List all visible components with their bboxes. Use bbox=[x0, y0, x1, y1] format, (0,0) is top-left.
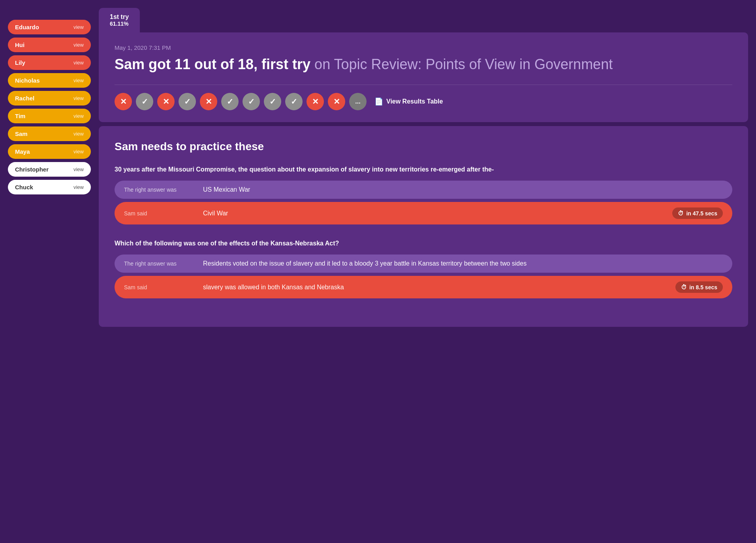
result-card: May 1, 2020 7:31 PM Sam got 11 out of 18… bbox=[99, 32, 748, 122]
answer-circle-correct-6[interactable]: ✓ bbox=[243, 93, 260, 110]
view-link[interactable]: view bbox=[73, 166, 84, 172]
correct-label: The right answer was bbox=[124, 187, 203, 193]
document-icon: 📄 bbox=[374, 97, 383, 106]
tab-line2: 61.11% bbox=[110, 21, 129, 27]
sidebar-item-lily[interactable]: Lilyview bbox=[8, 55, 91, 70]
questions-container: 30 years after the Missouri Compromise, … bbox=[115, 165, 732, 298]
correct-value: Residents voted on the issue of slavery … bbox=[203, 260, 723, 267]
practice-title: Sam needs to practice these bbox=[115, 140, 732, 153]
sidebar-item-maya[interactable]: Mayaview bbox=[8, 144, 91, 159]
answer-circle-correct-1[interactable]: ✓ bbox=[136, 93, 153, 110]
result-title-bold: Sam got 11 out of 18, first try bbox=[115, 56, 310, 72]
result-date: May 1, 2020 7:31 PM bbox=[115, 44, 732, 51]
tab-bar: 1st try 61.11% bbox=[99, 8, 748, 32]
clock-icon: ⏱ bbox=[678, 210, 684, 217]
view-link[interactable]: view bbox=[73, 60, 84, 66]
answer-circle-correct-5[interactable]: ✓ bbox=[221, 93, 239, 110]
answers-row: ✕✓✕✓✕✓✓✓✓✕✕...📄View Results Table bbox=[115, 85, 732, 110]
student-name: Chuck bbox=[15, 184, 33, 190]
view-results-label: View Results Table bbox=[386, 98, 443, 105]
answer-circle-dots[interactable]: ... bbox=[349, 93, 367, 110]
sidebar-item-christopher[interactable]: Christopherview bbox=[8, 162, 91, 177]
sidebar-item-hui[interactable]: Huiview bbox=[8, 38, 91, 52]
student-label: Sam said bbox=[124, 210, 203, 217]
answer-circle-incorrect-0[interactable]: ✕ bbox=[115, 93, 132, 110]
student-label: Sam said bbox=[124, 284, 203, 290]
student-answer-row-0: Sam said Civil War ⏱ in 47.5 secs bbox=[115, 202, 732, 224]
sidebar: EduardoviewHuiviewLilyviewNicholasviewRa… bbox=[8, 8, 91, 535]
sidebar-item-chuck[interactable]: Chuckview bbox=[8, 180, 91, 194]
time-badge-1: ⏱ in 8.5 secs bbox=[675, 281, 723, 293]
student-name: Lily bbox=[15, 59, 25, 66]
sidebar-item-eduardo[interactable]: Eduardoview bbox=[8, 20, 91, 34]
practice-section: Sam needs to practice these 30 years aft… bbox=[99, 126, 748, 327]
view-results-button[interactable]: 📄View Results Table bbox=[374, 97, 443, 106]
time-value: in 8.5 secs bbox=[689, 284, 717, 290]
view-link[interactable]: view bbox=[73, 24, 84, 30]
student-answer-row-1: Sam said slavery was allowed in both Kan… bbox=[115, 276, 732, 298]
time-badge-0: ⏱ in 47.5 secs bbox=[672, 207, 723, 219]
clock-icon: ⏱ bbox=[681, 284, 687, 290]
student-name: Christopher bbox=[15, 166, 49, 173]
answer-circle-incorrect-2[interactable]: ✕ bbox=[157, 93, 175, 110]
answer-circle-correct-8[interactable]: ✓ bbox=[285, 93, 303, 110]
question-text-1: Which of the following was one of the ef… bbox=[115, 239, 732, 248]
correct-label: The right answer was bbox=[124, 260, 203, 267]
student-value: slavery was allowed in both Kansas and N… bbox=[203, 284, 675, 291]
student-value: Civil War bbox=[203, 210, 672, 217]
sidebar-item-tim[interactable]: Timview bbox=[8, 109, 91, 123]
answer-circle-incorrect-10[interactable]: ✕ bbox=[328, 93, 345, 110]
student-name: Nicholas bbox=[15, 77, 40, 84]
view-link[interactable]: view bbox=[73, 184, 84, 190]
question-block-1: Which of the following was one of the ef… bbox=[115, 239, 732, 298]
tab-line1: 1st try bbox=[110, 13, 129, 21]
main-content: 1st try 61.11% May 1, 2020 7:31 PM Sam g… bbox=[99, 8, 748, 535]
answer-circle-correct-7[interactable]: ✓ bbox=[264, 93, 281, 110]
sidebar-item-sam[interactable]: Samview bbox=[8, 126, 91, 141]
view-link[interactable]: view bbox=[73, 131, 84, 137]
student-name: Rachel bbox=[15, 95, 34, 102]
student-name: Hui bbox=[15, 41, 24, 48]
time-value: in 47.5 secs bbox=[686, 210, 717, 217]
answer-circle-incorrect-4[interactable]: ✕ bbox=[200, 93, 217, 110]
answer-circle-incorrect-9[interactable]: ✕ bbox=[307, 93, 324, 110]
sidebar-item-nicholas[interactable]: Nicholasview bbox=[8, 73, 91, 88]
correct-answer-row-0: The right answer was US Mexican War bbox=[115, 181, 732, 199]
student-name: Tim bbox=[15, 113, 25, 119]
view-link[interactable]: view bbox=[73, 149, 84, 155]
view-link[interactable]: view bbox=[73, 77, 84, 83]
result-title-muted: on Topic Review: Points of View in Gover… bbox=[314, 56, 613, 72]
student-name: Eduardo bbox=[15, 24, 39, 30]
view-link[interactable]: view bbox=[73, 95, 84, 101]
result-title: Sam got 11 out of 18, first try on Topic… bbox=[115, 56, 732, 73]
correct-answer-row-1: The right answer was Residents voted on … bbox=[115, 255, 732, 273]
question-text-0: 30 years after the Missouri Compromise, … bbox=[115, 165, 732, 174]
student-name: Sam bbox=[15, 130, 28, 137]
view-link[interactable]: view bbox=[73, 42, 84, 48]
question-block-0: 30 years after the Missouri Compromise, … bbox=[115, 165, 732, 224]
first-try-tab[interactable]: 1st try 61.11% bbox=[99, 8, 140, 32]
correct-value: US Mexican War bbox=[203, 186, 723, 193]
student-name: Maya bbox=[15, 148, 30, 155]
view-link[interactable]: view bbox=[73, 113, 84, 119]
answer-circle-correct-3[interactable]: ✓ bbox=[179, 93, 196, 110]
sidebar-item-rachel[interactable]: Rachelview bbox=[8, 91, 91, 106]
